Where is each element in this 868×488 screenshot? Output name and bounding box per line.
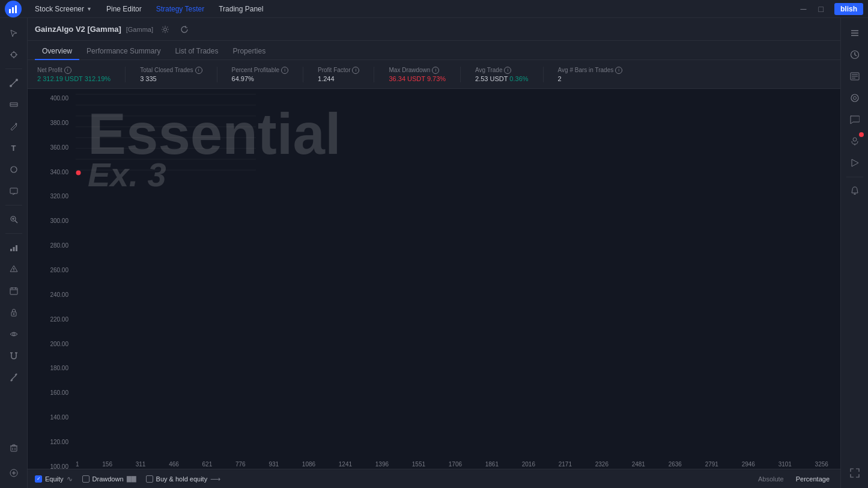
metric-net-profit: Net Profit i 2 312.19 USDT 312.19% <box>37 67 126 82</box>
svg-point-49 <box>163 28 166 31</box>
alerts-btn[interactable] <box>4 259 24 279</box>
x-label-1086: 1086 <box>302 461 315 468</box>
legend-equity[interactable]: Equity ∿ <box>35 475 73 483</box>
info-icon-6[interactable]: i <box>504 67 511 74</box>
eye-btn[interactable] <box>4 324 24 344</box>
equity-checkbox[interactable] <box>35 475 42 483</box>
svg-marker-72 <box>852 159 858 166</box>
settings-icon-btn[interactable] <box>158 22 172 37</box>
right-sidebar <box>840 18 868 488</box>
tab-properties[interactable]: Properties <box>225 43 273 60</box>
nav-stock-screener[interactable]: Stock Screener ▼ <box>29 2 98 16</box>
y-label-360: 360.00 <box>30 144 73 151</box>
top-nav: Stock Screener ▼ Pine Editor Strategy Te… <box>0 0 868 18</box>
svg-rect-1 <box>12 7 14 13</box>
news-btn[interactable] <box>845 66 865 87</box>
trash-btn[interactable] <box>4 438 24 458</box>
absolute-view-btn[interactable]: Absolute <box>754 474 788 484</box>
logo[interactable] <box>5 1 22 17</box>
lock-btn[interactable] <box>4 302 24 323</box>
info-icon[interactable]: i <box>64 67 71 74</box>
nav-pine-editor[interactable]: Pine Editor <box>100 2 148 16</box>
tab-performance-summary[interactable]: Performance Summary <box>79 43 168 60</box>
x-label-1396: 1396 <box>375 461 389 468</box>
net-profit-value: 2 312.19 USDT <box>37 75 83 82</box>
watchlist-btn[interactable] <box>845 23 865 43</box>
legend-drawdown[interactable]: Drawdown ▇▇ <box>82 475 136 483</box>
brush-tool[interactable] <box>4 116 24 136</box>
svg-point-9 <box>10 85 12 87</box>
legend-buy-hold[interactable]: Buy & hold equity ⟶ <box>146 475 221 483</box>
strategy-header: GainzAlgo V2 [Gamma] [Gamma] <box>28 18 840 41</box>
zoom-tool[interactable] <box>4 209 24 230</box>
expand-btn[interactable] <box>845 463 865 483</box>
info-icon-4[interactable]: i <box>352 67 359 74</box>
trendline-tool[interactable] <box>4 73 24 93</box>
clock-btn[interactable] <box>845 44 865 65</box>
max-drawdown-value: 36.34 USDT <box>389 75 425 82</box>
svg-line-16 <box>16 123 17 124</box>
metric-total-closed: Total Closed Trades i 3 335 <box>140 67 217 82</box>
x-label-2946: 2946 <box>742 461 755 468</box>
x-label-466: 466 <box>169 461 179 468</box>
x-label-3101: 3101 <box>778 461 792 468</box>
x-label-1551: 1551 <box>412 461 425 468</box>
percent-profitable-value: 64.97% <box>232 75 254 82</box>
annotation-tool[interactable] <box>4 181 24 201</box>
y-label-300: 300.00 <box>30 218 73 224</box>
percentage-view-btn[interactable]: Percentage <box>792 474 833 484</box>
x-label-776: 776 <box>235 461 246 468</box>
svg-rect-24 <box>10 249 12 251</box>
crosshair-tool[interactable] <box>4 44 24 65</box>
y-label-160: 160.00 <box>30 389 73 396</box>
buy-hold-checkbox[interactable] <box>146 475 153 483</box>
text-tool[interactable]: T <box>4 138 24 158</box>
info-icon-7[interactable]: i <box>615 67 622 74</box>
svg-line-38 <box>12 376 16 379</box>
divider <box>5 69 22 69</box>
maximize-button[interactable]: □ <box>815 3 827 15</box>
cursor-tool[interactable] <box>4 23 24 43</box>
y-label-180: 180.00 <box>30 365 73 371</box>
svg-rect-26 <box>16 245 17 251</box>
svg-point-28 <box>13 270 14 271</box>
calendar-btn[interactable] <box>4 281 24 301</box>
nav-strategy-tester[interactable]: Strategy Tester <box>150 2 210 16</box>
publish-button[interactable]: blish <box>834 3 863 15</box>
play-btn[interactable] <box>845 153 865 173</box>
tab-overview[interactable]: Overview <box>35 43 79 60</box>
fibonacci-tool[interactable] <box>4 94 24 115</box>
metric-max-drawdown: Max Drawdown i 36.34 USDT 9.73% <box>389 67 461 82</box>
indicators-btn[interactable] <box>4 237 24 258</box>
magnet-btn[interactable] <box>4 346 24 366</box>
svg-rect-25 <box>13 247 14 251</box>
equity-wave-icon: ∿ <box>67 475 73 483</box>
drawdown-label: Drawdown <box>93 475 124 483</box>
refresh-icon-btn[interactable] <box>177 22 192 37</box>
shapes-tool[interactable] <box>4 159 24 180</box>
nav-trading-panel[interactable]: Trading Panel <box>213 2 269 16</box>
chart-area[interactable]: Essential Ex. 3 400.00 380.00 360.00 340… <box>28 89 840 488</box>
tab-list-of-trades[interactable]: List of Trades <box>168 43 225 60</box>
svg-rect-18 <box>10 188 17 194</box>
drawdown-checkbox[interactable] <box>82 475 90 483</box>
bell-btn[interactable] <box>845 181 865 201</box>
link-btn[interactable] <box>4 367 24 388</box>
minimize-button[interactable]: ─ <box>797 3 810 15</box>
svg-line-21 <box>15 221 17 223</box>
info-icon-2[interactable]: i <box>195 67 202 74</box>
info-icon-3[interactable]: i <box>281 67 288 74</box>
info-icon-5[interactable]: i <box>432 67 439 74</box>
y-label-280: 280.00 <box>30 242 73 249</box>
equity-label: Equity <box>45 475 64 483</box>
x-label-2481: 2481 <box>632 461 645 468</box>
add-btn[interactable] <box>4 463 24 483</box>
mic-btn[interactable] <box>845 131 865 151</box>
x-label-2171: 2171 <box>559 461 572 468</box>
x-label-2016: 2016 <box>522 461 535 468</box>
profit-factor-value: 1.244 <box>318 75 335 82</box>
screener-btn[interactable] <box>845 88 865 108</box>
chat-btn[interactable] <box>845 109 865 130</box>
x-label-2791: 2791 <box>705 461 718 468</box>
svg-point-70 <box>853 138 857 141</box>
